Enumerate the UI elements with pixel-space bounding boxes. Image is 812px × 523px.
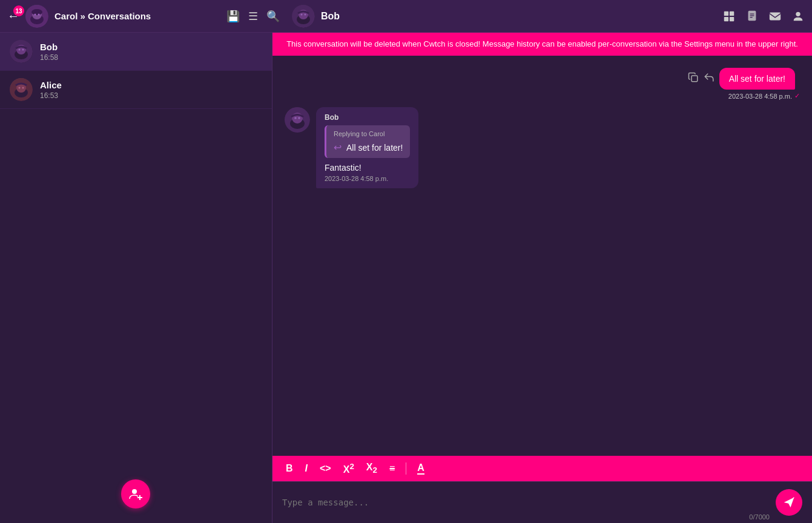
conversation-item-bob[interactable]: Bob 16:58	[0, 33, 272, 71]
svg-point-9	[301, 13, 303, 15]
superscript-label: X2	[343, 462, 354, 475]
send-button[interactable]	[776, 489, 802, 516]
docs-icon-button[interactable]	[745, 10, 759, 23]
svg-rect-11	[724, 11, 728, 15]
bob-conv-info: Bob 16:58	[40, 42, 262, 62]
alice-avatar-img	[10, 78, 33, 101]
contacts-icon-button[interactable]	[722, 10, 736, 23]
message-copy-button[interactable]	[688, 72, 699, 85]
alice-conv-name: Alice	[40, 80, 262, 90]
header-center: Bob	[280, 5, 722, 28]
bob-avatar-msg-img	[285, 107, 310, 133]
format-toolbar: B I <> X2 X2 ≡ A	[272, 456, 812, 481]
message-out-text: All set for later!	[729, 74, 785, 84]
mail-icon	[768, 10, 782, 23]
docs-icon	[745, 10, 759, 23]
bold-button[interactable]: B	[282, 462, 297, 475]
strikethrough-label: ≡	[389, 463, 395, 474]
alice-conv-time: 16:53	[40, 91, 262, 100]
message-outgoing: All set for later! 2023-03-28 4:58 p.m. …	[285, 68, 800, 100]
main-layout: Bob 16:58 Alice 16:53	[0, 33, 812, 523]
save-icon: 💾	[226, 10, 240, 23]
person-icon-button[interactable]	[791, 10, 805, 23]
message-out-bubble: All set for later!	[719, 68, 795, 90]
svg-point-3	[31, 9, 42, 15]
message-input[interactable]	[282, 498, 768, 507]
reply-icon-out	[704, 72, 715, 83]
code-label: <>	[320, 463, 331, 474]
person-icon	[791, 10, 805, 23]
message-out-meta: 2023-03-28 4:58 p.m. ✓	[728, 92, 800, 100]
italic-button[interactable]: I	[302, 462, 311, 475]
message-out-time: 2023-03-28 4:58 p.m.	[728, 93, 792, 100]
film-icon-button[interactable]: ☰	[248, 10, 258, 23]
svg-point-29	[19, 87, 21, 89]
sidebar: Bob 16:58 Alice 16:53	[0, 33, 272, 523]
header-right-icons	[722, 10, 805, 23]
bob-avatar-header	[292, 5, 315, 28]
reply-arrow-icon: ↩	[334, 142, 342, 153]
bob-conv-time: 16:58	[40, 53, 262, 62]
svg-point-31	[132, 489, 137, 494]
italic-label: I	[305, 463, 308, 474]
header-bob-name: Bob	[321, 11, 340, 22]
warning-banner: This conversation will be deleted when C…	[272, 33, 812, 56]
header-left-icons: 💾 ☰ 🔍	[226, 10, 280, 23]
svg-point-38	[294, 117, 297, 119]
svg-rect-12	[730, 11, 734, 15]
bob-avatar-img-sidebar	[10, 40, 33, 63]
film-icon: ☰	[248, 10, 258, 23]
mail-icon-button[interactable]	[768, 10, 782, 23]
svg-rect-17	[750, 15, 754, 16]
bold-label: B	[286, 463, 293, 474]
toolbar-divider	[406, 462, 406, 475]
back-button[interactable]: ← 13	[7, 9, 19, 23]
bob-conv-name: Bob	[40, 42, 262, 52]
add-person-icon	[128, 487, 143, 501]
chat-area: This conversation will be deleted when C…	[272, 33, 812, 523]
message-in-bubble: Bob Replying to Carol ↩ All set for late…	[316, 107, 418, 188]
message-reply-button[interactable]	[704, 72, 715, 85]
carol-avatar	[25, 5, 48, 28]
reply-block: Replying to Carol ↩ All set for later!	[325, 125, 410, 158]
save-icon-button[interactable]: 💾	[226, 10, 240, 23]
svg-rect-34	[692, 76, 698, 82]
carol-avatar-image	[25, 5, 48, 28]
svg-point-20	[796, 12, 800, 16]
reply-text: All set for later!	[346, 143, 403, 153]
bob-avatar-image-header	[292, 5, 315, 28]
subscript-label: X2	[366, 462, 377, 475]
input-area: 0/7000	[272, 481, 812, 523]
svg-point-5	[38, 13, 40, 15]
font-color-button[interactable]: A	[414, 461, 428, 476]
subscript-button[interactable]: X2	[363, 461, 381, 476]
svg-point-30	[22, 87, 24, 89]
delivered-icon: ✓	[794, 92, 800, 100]
svg-rect-16	[750, 13, 754, 14]
code-button[interactable]: <>	[316, 462, 335, 475]
reply-to-name: Carol	[369, 130, 385, 137]
conversation-item-alice[interactable]: Alice 16:53	[0, 71, 272, 109]
strikethrough-button[interactable]: ≡	[386, 462, 398, 475]
svg-point-25	[22, 49, 24, 51]
search-icon-button[interactable]: 🔍	[266, 10, 280, 23]
notification-badge: 13	[13, 5, 24, 16]
svg-point-24	[19, 49, 21, 51]
search-icon: 🔍	[266, 10, 280, 23]
add-contact-button[interactable]	[121, 479, 150, 508]
alice-avatar-sidebar	[10, 78, 33, 101]
bob-avatar-sidebar	[10, 40, 33, 63]
contacts-icon	[722, 10, 736, 23]
reply-label: Replying to Carol	[334, 130, 403, 137]
svg-rect-14	[730, 16, 734, 21]
svg-point-4	[35, 13, 36, 15]
header-left: ← 13 Carol » Conversations 💾 ☰ 🔍	[7, 5, 280, 28]
superscript-button[interactable]: X2	[340, 461, 358, 476]
message-incoming: Bob Replying to Carol ↩ All set for late…	[285, 107, 800, 188]
svg-point-10	[305, 13, 306, 15]
app-header: ← 13 Carol » Conversations 💾 ☰ 🔍	[0, 0, 812, 33]
reply-to-text: Replying to	[334, 130, 369, 137]
copy-icon	[688, 72, 699, 83]
message-in-text: Fantastic!	[325, 163, 410, 173]
bob-avatar-message	[285, 107, 310, 133]
